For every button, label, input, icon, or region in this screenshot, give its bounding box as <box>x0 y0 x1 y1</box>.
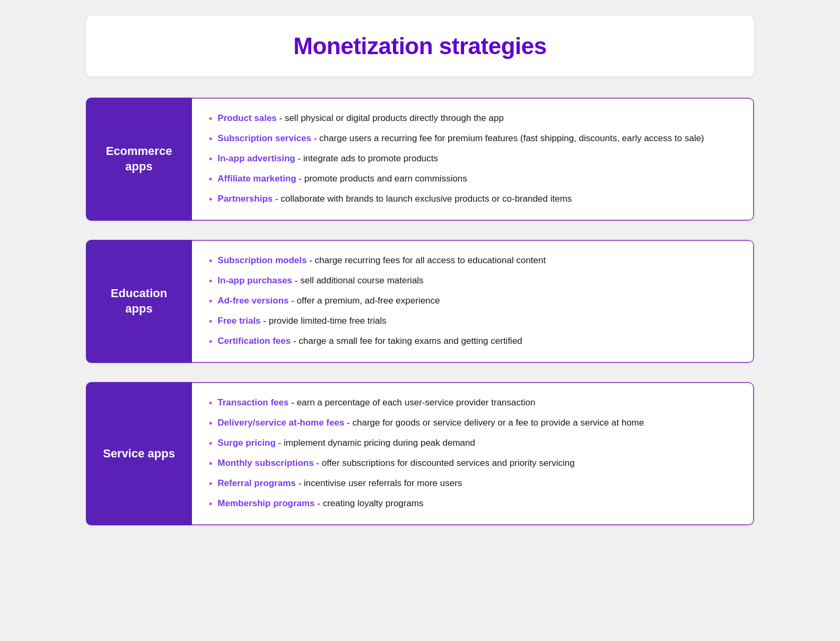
title-card: Monetization strategies <box>86 16 754 76</box>
bullet-dot-icon: • <box>209 152 212 167</box>
list-item: •Subscription models - charge recurring … <box>209 254 736 268</box>
keyword: Product sales - <box>217 113 282 123</box>
bullet-dot-icon: • <box>209 294 212 309</box>
list-item-text: Subscription models - charge recurring f… <box>217 254 546 267</box>
keyword: Certification fees - <box>217 336 296 346</box>
bullet-dot-icon: • <box>209 396 212 411</box>
bullet-dot-icon: • <box>209 112 212 126</box>
bullet-dot-icon: • <box>209 417 212 431</box>
list-item: •Membership programs - creating loyalty … <box>209 497 736 512</box>
bullet-dot-icon: • <box>209 274 212 289</box>
bullet-dot-icon: • <box>209 335 212 349</box>
keyword: Subscription services - <box>217 133 317 143</box>
list-item: •Partnerships - collaborate with brands … <box>209 192 736 207</box>
bullet-dot-icon: • <box>209 132 212 146</box>
section-row-education: Education apps•Subscription models - cha… <box>86 240 754 363</box>
bullet-dot-icon: • <box>209 254 212 268</box>
list-item: •Surge pricing - implement dynamic prici… <box>209 436 736 451</box>
page-container: Monetization strategies Ecommerce apps•P… <box>86 16 754 544</box>
list-item-text: In-app purchases - sell additional cours… <box>217 274 423 288</box>
bullet-list-education: •Subscription models - charge recurring … <box>209 254 736 349</box>
list-item-text: Delivery/service at-home fees - charge f… <box>217 416 644 430</box>
keyword: Subscription models - <box>217 255 312 265</box>
keyword: Partnerships - <box>217 194 278 204</box>
list-item-text: Certification fees - charge a small fee … <box>217 334 522 348</box>
list-item: •Affiliate marketing - promote products … <box>209 172 736 187</box>
list-item-text: Affiliate marketing - promote products a… <box>217 172 467 186</box>
list-item-text: Surge pricing - implement dynamic pricin… <box>217 436 475 450</box>
keyword: Surge pricing - <box>217 438 281 448</box>
section-row-service: Service apps•Transaction fees - earn a p… <box>86 382 754 525</box>
keyword: In-app purchases - <box>217 275 298 285</box>
bullet-dot-icon: • <box>209 193 212 207</box>
keyword: Free trials - <box>217 316 266 326</box>
list-item-text: In-app advertising - integrate ads to pr… <box>217 152 438 166</box>
list-item-text: Membership programs - creating loyalty p… <box>217 497 423 510</box>
section-row-ecommerce: Ecommerce apps•Product sales - sell phys… <box>86 98 754 221</box>
section-label-service: Service apps <box>86 382 192 525</box>
bullet-dot-icon: • <box>209 437 212 451</box>
section-label-ecommerce: Ecommerce apps <box>86 98 192 221</box>
section-content-education: •Subscription models - charge recurring … <box>192 240 754 363</box>
bullet-dot-icon: • <box>209 457 212 471</box>
bullet-dot-icon: • <box>209 477 212 491</box>
sections-container: Ecommerce apps•Product sales - sell phys… <box>86 98 754 525</box>
bullet-dot-icon: • <box>209 497 212 512</box>
list-item: •Free trials - provide limited-time free… <box>209 314 736 329</box>
keyword: Membership programs - <box>217 498 320 508</box>
list-item: •In-app purchases - sell additional cour… <box>209 274 736 289</box>
list-item: •Product sales - sell physical or digita… <box>209 111 736 126</box>
list-item-text: Referral programs - incentivise user ref… <box>217 477 462 490</box>
list-item: •Referral programs - incentivise user re… <box>209 477 736 491</box>
list-item: •In-app advertising - integrate ads to p… <box>209 152 736 167</box>
list-item: •Monthly subscriptions - offer subscript… <box>209 456 736 471</box>
list-item: •Delivery/service at-home fees - charge … <box>209 416 736 431</box>
list-item-text: Free trials - provide limited-time free … <box>217 314 386 328</box>
section-content-ecommerce: •Product sales - sell physical or digita… <box>192 98 754 221</box>
list-item-text: Subscription services - charge users a r… <box>217 132 704 145</box>
keyword: Referral programs - <box>217 478 301 488</box>
bullet-dot-icon: • <box>209 172 212 187</box>
bullet-list-service: •Transaction fees - earn a percentage of… <box>209 396 736 512</box>
keyword: Monthly subscriptions - <box>217 458 319 468</box>
list-item-text: Monthly subscriptions - offer subscripti… <box>217 456 574 470</box>
list-item-text: Transaction fees - earn a percentage of … <box>217 396 535 410</box>
list-item-text: Ad-free versions - offer a premium, ad-f… <box>217 294 440 308</box>
list-item: •Certification fees - charge a small fee… <box>209 334 736 349</box>
list-item-text: Product sales - sell physical or digital… <box>217 111 504 125</box>
list-item: •Transaction fees - earn a percentage of… <box>209 396 736 411</box>
list-item: •Subscription services - charge users a … <box>209 132 736 146</box>
list-item-text: Partnerships - collaborate with brands t… <box>217 192 572 206</box>
keyword: Affiliate marketing - <box>217 174 302 184</box>
keyword: In-app advertising - <box>217 153 301 163</box>
keyword: Delivery/service at-home fees - <box>217 418 349 428</box>
section-label-education: Education apps <box>86 240 192 363</box>
section-content-service: •Transaction fees - earn a percentage of… <box>192 382 754 525</box>
keyword: Transaction fees - <box>217 397 294 408</box>
keyword: Ad-free versions - <box>217 296 294 306</box>
bullet-dot-icon: • <box>209 315 212 329</box>
page-title: Monetization strategies <box>107 33 733 59</box>
bullet-list-ecommerce: •Product sales - sell physical or digita… <box>209 111 736 207</box>
list-item: •Ad-free versions - offer a premium, ad-… <box>209 294 736 309</box>
